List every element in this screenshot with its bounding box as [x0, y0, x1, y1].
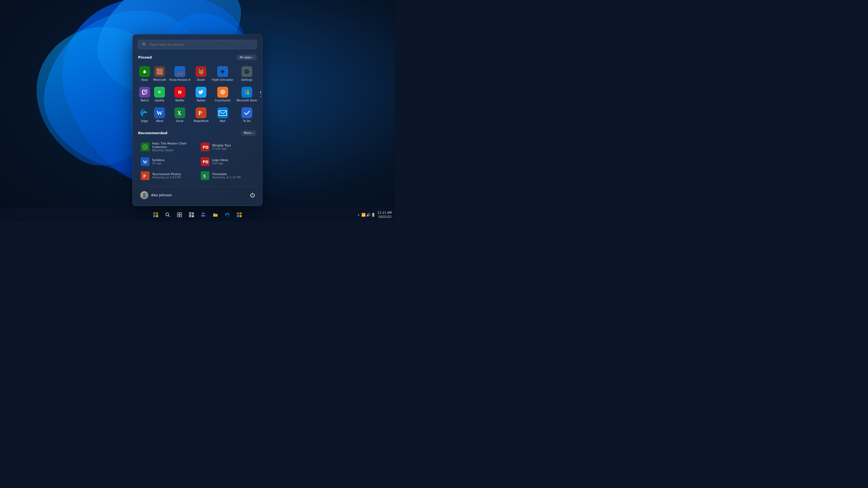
- pinned-app-todo[interactable]: To Do: [236, 105, 258, 125]
- spotify-label: Spotify: [153, 99, 166, 102]
- microsoft-store-icon: [241, 87, 252, 98]
- svg-rect-51: [237, 212, 239, 215]
- pinned-app-twitch[interactable]: Twitch: [138, 85, 151, 104]
- tournament-name: Tournament Photos: [152, 172, 181, 176]
- svg-rect-52: [240, 212, 242, 215]
- powerpoint-label: PowerPoint: [194, 120, 209, 123]
- rec-item-halo[interactable]: Halo: The Master Chief Collection Recent…: [138, 140, 197, 154]
- timetable-icon: X: [201, 171, 209, 180]
- all-apps-button[interactable]: All apps ›: [236, 55, 257, 60]
- pinned-app-xbox[interactable]: Xbox: [138, 64, 151, 84]
- svg-rect-39: [153, 215, 155, 217]
- power-button[interactable]: [248, 191, 257, 199]
- pinned-app-mail[interactable]: Mail: [211, 105, 235, 125]
- teams-button[interactable]: [198, 209, 209, 220]
- mail-label: Mail: [212, 120, 233, 123]
- chevron-right-icon: ›: [252, 56, 254, 59]
- svg-text:X: X: [203, 174, 206, 178]
- twitter-label: Twitter: [194, 99, 209, 102]
- pinned-app-minecraft[interactable]: 🟫 Minecraft: [152, 64, 167, 84]
- scroll-dot-1: [260, 92, 261, 93]
- syllabus-icon: W: [141, 157, 150, 166]
- halo-name: Halo: The Master Chief Collection: [152, 142, 194, 149]
- xbox-icon: [139, 66, 150, 77]
- svg-text:P: P: [143, 174, 146, 178]
- scroll-dot-2: [260, 94, 261, 95]
- pinned-app-twitter[interactable]: Twitter: [193, 85, 210, 104]
- clock[interactable]: 11:11 AM 10/21/21: [378, 210, 392, 219]
- pinned-app-edge[interactable]: Edge: [138, 105, 151, 125]
- search-input[interactable]: [150, 42, 253, 46]
- taskbar-store-button[interactable]: [234, 209, 245, 220]
- rec-item-wingtip[interactable]: PDF Wingtip Toys 17min ago: [198, 140, 257, 154]
- taskbar-search-button[interactable]: [162, 209, 173, 220]
- msstore-label: Microsoft Store: [237, 99, 257, 102]
- taskbar-edge-button[interactable]: [222, 209, 233, 220]
- recommended-section-header: Recommended More ›: [138, 130, 257, 136]
- wingtip-name: Wingtip Toys: [212, 144, 231, 147]
- pinned-app-word[interactable]: W Word: [152, 105, 167, 125]
- halo-icon: [141, 142, 150, 151]
- system-tray: ∧ 📶 🔊 🔋 11:11 AM 10/21/21: [358, 210, 392, 219]
- svg-rect-1: [144, 91, 145, 92]
- edge-label: Edge: [139, 120, 150, 123]
- timetable-time: Yesterday at 1:15 PM: [212, 176, 241, 179]
- pinned-app-powerpoint[interactable]: P PowerPoint: [193, 105, 210, 125]
- excel-icon: X: [175, 107, 185, 118]
- rec-item-logoideas[interactable]: PDF Logo Ideas 12h ago: [198, 155, 257, 168]
- minecraft-label: Minecraft: [153, 78, 166, 82]
- scroll-dot-3: [260, 96, 261, 97]
- twitch-icon: [139, 87, 150, 98]
- svg-point-50: [204, 213, 205, 215]
- netflix-label: Netflix: [169, 99, 190, 102]
- pinned-app-netflix[interactable]: N Netflix: [168, 85, 191, 104]
- svg-rect-47: [192, 212, 194, 215]
- logoideas-name: Logo Ideas: [212, 158, 228, 162]
- rec-item-syllabus[interactable]: W Syllabus 2h ago: [138, 155, 197, 168]
- rec-item-tournament[interactable]: P Tournament Photos Yesterday at 4:24 PM: [138, 169, 197, 182]
- flight-label: Flight Simulator: [212, 78, 233, 82]
- user-profile[interactable]: 👤 Alex Johnson: [138, 190, 174, 200]
- pinned-app-forza[interactable]: 🏎️ Forza Horizon 4: [168, 64, 191, 84]
- pinned-app-spotify[interactable]: Spotify: [152, 85, 167, 104]
- wingtip-icon: PDF: [201, 142, 209, 151]
- pinned-section-header: Pinned All apps ›: [138, 55, 257, 60]
- time-display: 11:11 AM: [378, 210, 392, 215]
- chevron-up-icon[interactable]: ∧: [358, 214, 360, 216]
- rec-item-timetable[interactable]: X Timetable Yesterday at 1:15 PM: [198, 169, 257, 182]
- svg-text:PDF: PDF: [203, 160, 209, 164]
- svg-rect-45: [180, 215, 182, 217]
- start-button[interactable]: [150, 209, 161, 220]
- task-view-button[interactable]: [174, 209, 185, 220]
- battery-icon: 🔋: [371, 213, 375, 217]
- system-tray-icons[interactable]: ∧ 📶 🔊 🔋: [358, 213, 375, 217]
- crunchyroll-icon: [217, 87, 228, 98]
- tournament-icon: P: [141, 171, 150, 180]
- excel-label: Excel: [169, 120, 190, 123]
- file-explorer-button[interactable]: [210, 209, 221, 220]
- desktop: 🔍 Pinned All apps › Xbox 🟫: [0, 0, 395, 221]
- more-button[interactable]: More ›: [241, 130, 257, 136]
- pinned-app-msstore[interactable]: Microsoft Store: [236, 85, 258, 104]
- pinned-grid: Xbox 🟫 Minecraft 🏎️ Forza Horizon 4 👹 Do…: [138, 64, 257, 125]
- powerpoint-icon: P: [195, 107, 207, 118]
- pinned-app-crunchyroll[interactable]: Crunchyroll: [211, 85, 235, 104]
- minecraft-icon: 🟫: [154, 66, 165, 77]
- scroll-indicator: [260, 92, 261, 97]
- svg-text:P: P: [198, 109, 202, 116]
- search-bar[interactable]: 🔍: [138, 40, 257, 49]
- svg-point-9: [222, 91, 223, 93]
- svg-rect-40: [156, 215, 158, 217]
- svg-rect-2: [145, 91, 146, 92]
- svg-rect-12: [247, 90, 249, 92]
- pinned-app-doom[interactable]: 👹 Doom: [193, 64, 210, 84]
- start-menu: 🔍 Pinned All apps › Xbox 🟫: [132, 34, 262, 206]
- settings-icon: ⚙️: [241, 66, 252, 77]
- pinned-app-settings[interactable]: ⚙️ Settings: [236, 64, 258, 84]
- doom-icon: 👹: [195, 66, 207, 77]
- doom-label: Doom: [194, 78, 209, 82]
- pinned-app-excel[interactable]: X Excel: [168, 105, 191, 125]
- todo-label: To Do: [237, 120, 257, 123]
- widgets-button[interactable]: [186, 209, 197, 220]
- pinned-app-flight[interactable]: ✈️ Flight Simulator: [211, 64, 235, 84]
